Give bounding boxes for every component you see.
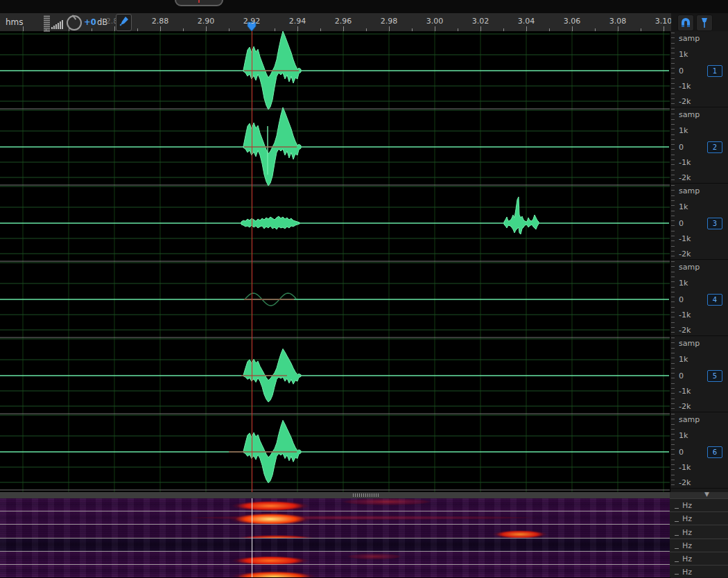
- ruler-label: 3.10: [655, 17, 673, 26]
- hz-row: Hz: [670, 511, 728, 525]
- timeline-ruler[interactable]: hms +0 dB 2.86 2.882.902.922.942.962.983…: [0, 13, 671, 31]
- playhead-line[interactable]: [252, 31, 252, 492]
- scale-label: 0: [679, 143, 684, 152]
- spectro-options-caret-icon[interactable]: ▼: [704, 491, 709, 498]
- hz-label: Hz: [682, 527, 692, 536]
- channel-number-badge[interactable]: 4: [707, 294, 722, 306]
- scale-label: samp: [679, 263, 700, 272]
- track-scale-group: samp1k0-1k-2k2: [670, 107, 728, 184]
- scale-label: 0: [679, 67, 684, 76]
- scale-ticks: [671, 185, 675, 259]
- scale-label: -2k: [679, 478, 691, 487]
- ruler-tick: [435, 26, 435, 31]
- pin-icon: [116, 15, 130, 29]
- pin-playhead-button[interactable]: [116, 14, 132, 31]
- ruler-tick: [480, 26, 481, 31]
- spectrogram-strip[interactable]: [0, 565, 670, 577]
- strip-separator: [0, 564, 670, 565]
- ruler-label: 2.98: [381, 17, 398, 26]
- scale-ticks: [671, 33, 675, 106]
- scale-ticks: [671, 261, 675, 335]
- strip-separator: [0, 524, 670, 525]
- track-scale-group: samp1k0-1k-2k4: [670, 260, 728, 336]
- top-strip: [0, 0, 728, 13]
- spectrogram-strip[interactable]: [0, 511, 670, 525]
- track-scale-group: samp1k0-1k-2k5: [670, 336, 728, 412]
- spectrogram-strip[interactable]: [0, 498, 670, 511]
- ruler-tick: [389, 26, 390, 31]
- hud-marker-tick: [198, 0, 200, 3]
- ruler-label: 2.94: [289, 17, 306, 26]
- scale-label: samp: [679, 186, 700, 195]
- scale-label: -2k: [679, 249, 691, 259]
- spectrogram-strip[interactable]: [0, 538, 670, 552]
- hz-label: Hz: [682, 567, 692, 576]
- hz-tick: [675, 508, 679, 509]
- scale-label: -2k: [679, 173, 691, 182]
- ruler-label: 3.06: [564, 17, 581, 26]
- hz-tick: [675, 574, 679, 575]
- ruler-tick: [206, 26, 207, 31]
- scale-ticks: [671, 338, 675, 411]
- ruler-tick: [160, 26, 161, 31]
- scale-ticks: [671, 109, 675, 182]
- ruler-label: 3.04: [518, 17, 535, 26]
- ruler-label: 2.90: [198, 17, 215, 26]
- ruler-tick: [526, 26, 527, 31]
- spectrogram-playhead-line: [252, 498, 252, 577]
- ruler-tick: [343, 26, 344, 31]
- ruler-tick: [297, 26, 298, 31]
- ruler-tick: [664, 26, 664, 31]
- hz-label: Hz: [682, 541, 692, 550]
- channel-number-badge[interactable]: 1: [707, 65, 722, 77]
- divider-grip-icon[interactable]: [353, 493, 379, 497]
- divider-bar-right: [670, 492, 728, 498]
- scale-label: 1k: [679, 355, 688, 364]
- ruler-label: 2.92: [243, 17, 261, 26]
- scale-label: -1k: [679, 234, 691, 243]
- spectrogram-strip[interactable]: [0, 552, 670, 565]
- channel-number-badge[interactable]: 2: [707, 141, 722, 153]
- scale-label: 1k: [679, 50, 688, 59]
- scale-ticks: [671, 414, 675, 487]
- track-scale-group: samp1k0-1k-2k3: [670, 184, 728, 260]
- hz-row: Hz: [670, 498, 728, 511]
- scale-label: samp: [679, 339, 700, 348]
- level-meter-icon[interactable]: [51, 19, 65, 29]
- snap-button[interactable]: [677, 15, 694, 31]
- scale-label: samp: [679, 110, 700, 119]
- channel-number-badge[interactable]: 3: [707, 218, 722, 229]
- scale-label: samp: [679, 34, 700, 43]
- spectrogram-strip[interactable]: [0, 525, 670, 538]
- scale-label: samp: [679, 415, 700, 424]
- marker-button[interactable]: [696, 15, 713, 31]
- ruler-label: 3.02: [472, 17, 489, 26]
- ruler-tick: [69, 26, 69, 31]
- ruler-tick: [23, 26, 24, 31]
- hz-label: Hz: [682, 554, 692, 563]
- channel-number-badge[interactable]: 5: [707, 370, 722, 382]
- scale-label: -1k: [679, 82, 691, 91]
- ruler-tick: [572, 26, 573, 31]
- track-scale-group: samp1k0-1k-2k1: [670, 31, 728, 107]
- scale-label: -1k: [679, 387, 691, 396]
- waveform-display[interactable]: [0, 31, 670, 492]
- hz-tick: [675, 548, 679, 549]
- scale-label: -2k: [679, 97, 691, 106]
- ruler-label: 2.88: [152, 17, 169, 26]
- ruler-label: 2.96: [335, 17, 352, 26]
- section-divider-bar[interactable]: [0, 492, 670, 498]
- channel-number-badge[interactable]: 6: [707, 446, 722, 458]
- spectrogram-section[interactable]: [0, 498, 670, 577]
- hz-label: Hz: [682, 501, 692, 510]
- gain-value: +0: [84, 17, 96, 27]
- pushpin-icon: [697, 15, 712, 30]
- scale-label: -1k: [679, 463, 691, 472]
- scale-label: 1k: [679, 202, 688, 211]
- scale-label: 1k: [679, 279, 688, 288]
- scale-label: -1k: [679, 310, 691, 319]
- toolbar-drag-handle[interactable]: [42, 14, 51, 33]
- hz-tick: [675, 521, 679, 522]
- ruler-label: 3.00: [426, 17, 444, 26]
- hz-label: Hz: [682, 514, 692, 523]
